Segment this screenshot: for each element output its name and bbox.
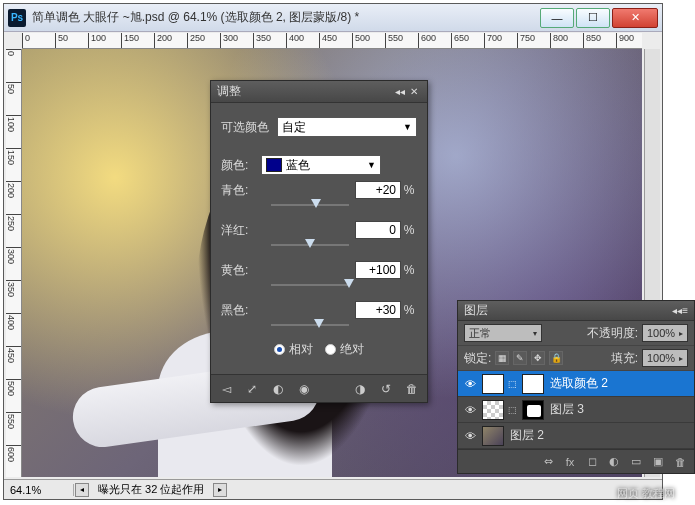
radio-absolute[interactable]: 绝对 <box>325 341 364 358</box>
statusbar: 64.1% ◂ 曝光只在 32 位起作用 ▸ <box>4 479 662 499</box>
visibility-icon[interactable]: 👁 <box>462 404 478 416</box>
color-swatch-icon <box>266 158 282 172</box>
trash-icon[interactable]: 🗑 <box>672 456 688 468</box>
link-icon: ⬚ <box>508 379 518 389</box>
close-button[interactable]: ✕ <box>612 8 658 28</box>
opacity-field[interactable]: 100%▸ <box>642 324 688 342</box>
lock-paint-icon[interactable]: ✎ <box>513 351 527 365</box>
layers-panel-header[interactable]: 图层 ◂◂ ≡ <box>458 301 694 321</box>
adjustments-panel[interactable]: 调整 ◂◂ ✕ 可选颜色 自定 ▼ 颜色: 蓝色 ▼ 青色:+20%洋红:0%黄… <box>210 80 428 403</box>
slider-thumb-icon[interactable] <box>305 239 315 248</box>
slider-track[interactable] <box>271 199 349 211</box>
panel-menu-icon[interactable]: ≡ <box>682 305 688 316</box>
maximize-button[interactable]: ☐ <box>576 8 610 28</box>
trash-icon[interactable]: 🗑 <box>403 380 421 398</box>
panel-title: 调整 <box>217 83 241 100</box>
expand-icon[interactable]: ⤢ <box>243 380 261 398</box>
slider-label: 黑色: <box>221 302 265 319</box>
slider-0: 青色:+20% <box>221 181 417 199</box>
minimize-button[interactable]: — <box>540 8 574 28</box>
collapse-icon[interactable]: ◂◂ <box>393 86 407 97</box>
layer-thumb <box>482 426 504 446</box>
zoom-field[interactable]: 64.1% <box>4 484 74 496</box>
slider-label: 黄色: <box>221 262 265 279</box>
lock-label: 锁定: <box>464 350 491 367</box>
collapse-icon[interactable]: ◂◂ <box>672 305 682 316</box>
layer-name[interactable]: 图层 2 <box>508 427 690 444</box>
slider-2: 黄色:+100% <box>221 261 417 279</box>
layers-panel[interactable]: 图层 ◂◂ ≡ 正常▾ 不透明度: 100%▸ 锁定: ▦ ✎ ✥ 🔒 填充: … <box>457 300 695 474</box>
opacity-label: 不透明度: <box>587 325 638 342</box>
layer-row[interactable]: 👁⬚图层 3 <box>458 397 694 423</box>
fill-field[interactable]: 100%▸ <box>642 349 688 367</box>
prev-state-icon[interactable]: ◑ <box>351 380 369 398</box>
watermark-text: 网页 教程网 <box>617 486 675 501</box>
adjustment-layer-icon[interactable]: ◐ <box>606 455 622 468</box>
layer-row[interactable]: 👁◐⬚选取颜色 2 <box>458 371 694 397</box>
link-layers-icon[interactable]: ⇔ <box>540 455 556 468</box>
chevron-down-icon: ▼ <box>403 122 412 132</box>
fill-label: 填充: <box>611 350 638 367</box>
titlebar[interactable]: Ps 简单调色 大眼仔 ~旭.psd @ 64.1% (选取颜色 2, 图层蒙版… <box>4 4 662 32</box>
slider-value-field[interactable]: +30 <box>355 301 401 319</box>
back-icon[interactable]: ◅ <box>217 380 235 398</box>
blend-mode-select[interactable]: 正常▾ <box>464 324 542 342</box>
reset-icon[interactable]: ↺ <box>377 380 395 398</box>
close-panel-icon[interactable]: ✕ <box>407 86 421 97</box>
layer-list: 👁◐⬚选取颜色 2👁⬚图层 3👁图层 2 <box>458 371 694 449</box>
slider-thumb-icon[interactable] <box>311 199 321 208</box>
slider-track[interactable] <box>271 319 349 331</box>
radio-relative[interactable]: 相对 <box>274 341 313 358</box>
new-layer-icon[interactable]: ▣ <box>650 455 666 468</box>
preset-label: 可选颜色 <box>221 119 277 136</box>
clip-icon[interactable]: ◐ <box>269 380 287 398</box>
visibility-icon[interactable]: 👁 <box>462 430 478 442</box>
slider-thumb-icon[interactable] <box>314 319 324 328</box>
slider-label: 洋红: <box>221 222 265 239</box>
slider-1: 洋红:0% <box>221 221 417 239</box>
layer-thumb <box>482 400 504 420</box>
slider-label: 青色: <box>221 182 265 199</box>
slider-value-field[interactable]: +100 <box>355 261 401 279</box>
layer-fx-icon[interactable]: fx <box>562 456 578 468</box>
slider-3: 黑色:+30% <box>221 301 417 319</box>
color-select[interactable]: 蓝色 ▼ <box>261 155 381 175</box>
chevron-down-icon: ▼ <box>367 160 376 170</box>
panel-title: 图层 <box>464 302 488 319</box>
scroll-left-button[interactable]: ◂ <box>75 483 89 497</box>
mask-thumb <box>522 400 544 420</box>
app-icon: Ps <box>8 9 26 27</box>
lock-position-icon[interactable]: ✥ <box>531 351 545 365</box>
lock-all-icon[interactable]: 🔒 <box>549 351 563 365</box>
layer-row[interactable]: 👁图层 2 <box>458 423 694 449</box>
adjustment-thumb: ◐ <box>482 374 504 394</box>
slider-track[interactable] <box>271 279 349 291</box>
preset-select[interactable]: 自定 ▼ <box>277 117 417 137</box>
lock-transparency-icon[interactable]: ▦ <box>495 351 509 365</box>
window-title: 简单调色 大眼仔 ~旭.psd @ 64.1% (选取颜色 2, 图层蒙版/8)… <box>32 9 538 26</box>
group-icon[interactable]: ▭ <box>628 455 644 468</box>
adjustments-panel-header[interactable]: 调整 ◂◂ ✕ <box>211 81 427 103</box>
ruler-vertical[interactable]: 050100150200250300350400450500550600650 <box>6 49 22 477</box>
layer-name[interactable]: 图层 3 <box>548 401 690 418</box>
mask-thumb <box>522 374 544 394</box>
adjustments-footer: ◅ ⤢ ◐ ◉ ◑ ↺ 🗑 <box>211 374 427 402</box>
slider-value-field[interactable]: +20 <box>355 181 401 199</box>
layer-mask-icon[interactable]: ◻ <box>584 455 600 468</box>
slider-thumb-icon[interactable] <box>344 279 354 288</box>
visibility-icon[interactable]: 👁 <box>462 378 478 390</box>
scroll-right-button[interactable]: ▸ <box>213 483 227 497</box>
slider-value-field[interactable]: 0 <box>355 221 401 239</box>
layer-name[interactable]: 选取颜色 2 <box>548 375 690 392</box>
slider-track[interactable] <box>271 239 349 251</box>
link-icon: ⬚ <box>508 405 518 415</box>
status-info: 曝光只在 32 位起作用 <box>90 482 212 497</box>
color-label: 颜色: <box>221 157 261 174</box>
layers-footer: ⇔ fx ◻ ◐ ▭ ▣ 🗑 <box>458 449 694 473</box>
ruler-horizontal[interactable]: 0501001502002503003504004505005506006507… <box>22 33 642 49</box>
view-icon[interactable]: ◉ <box>295 380 313 398</box>
